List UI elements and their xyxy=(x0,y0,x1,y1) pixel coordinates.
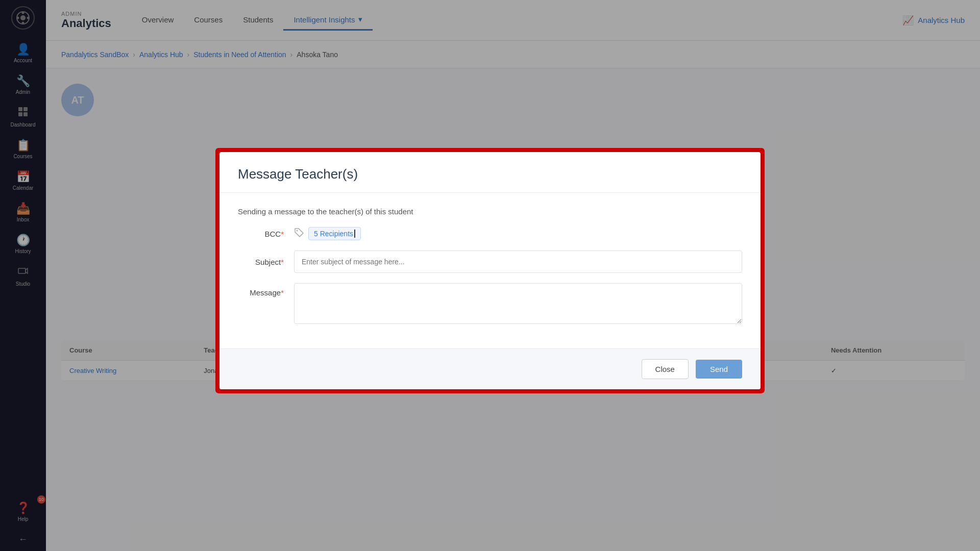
subject-label: Subject* xyxy=(238,257,284,266)
modal-container: Message Teacher(s) Sending a message to … xyxy=(215,148,765,393)
message-label: Message* xyxy=(238,283,284,297)
subject-row: Subject* xyxy=(238,251,742,273)
modal-footer: Close Send xyxy=(219,348,761,389)
modal-subtitle: Sending a message to the teacher(s) of t… xyxy=(238,207,742,216)
bcc-label: BCC* xyxy=(238,229,284,238)
bcc-field: 5 Recipients xyxy=(294,227,361,240)
recipients-tag[interactable]: 5 Recipients xyxy=(308,227,361,240)
message-teacher-modal: Message Teacher(s) Sending a message to … xyxy=(219,152,761,389)
bcc-row: BCC* 5 Recipients xyxy=(238,227,742,240)
subject-input[interactable] xyxy=(294,251,742,273)
recipients-count: 5 Recipients xyxy=(314,230,353,238)
message-textarea[interactable] xyxy=(294,283,742,324)
message-row: Message* xyxy=(238,283,742,324)
modal-header: Message Teacher(s) xyxy=(219,152,761,193)
tag-icon xyxy=(294,227,304,240)
close-button[interactable]: Close xyxy=(642,359,689,379)
svg-point-11 xyxy=(297,230,298,231)
send-button[interactable]: Send xyxy=(696,360,742,379)
modal-body: Sending a message to the teacher(s) of t… xyxy=(219,193,761,348)
modal-title: Message Teacher(s) xyxy=(238,166,742,182)
text-cursor xyxy=(354,230,355,238)
